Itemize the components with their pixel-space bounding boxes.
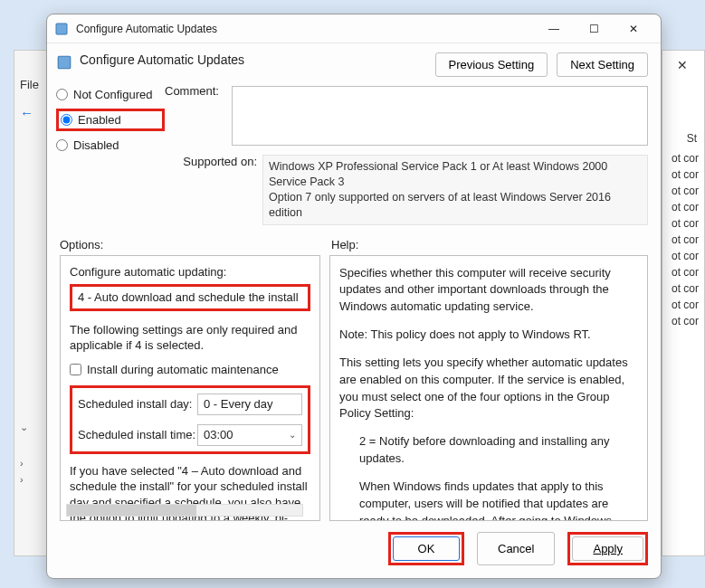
sched-day-label: Scheduled install day: [78, 397, 197, 411]
supported-row: Supported on: Windows XP Professional Se… [165, 155, 648, 225]
sched-time-label: Scheduled install time: [78, 428, 197, 441]
state-radio-group: Not Configured Enabled Disabled [56, 84, 165, 225]
ok-button[interactable]: OK [393, 536, 460, 561]
titlebar: Configure Automatic Updates — ☐ ✕ [47, 14, 661, 43]
next-setting-button[interactable]: Next Setting [557, 52, 648, 77]
previous-setting-button[interactable]: Previous Setting [435, 52, 548, 77]
checkbox-label: Install during automatic maintenance [87, 363, 279, 376]
close-icon[interactable]: ✕ [677, 58, 688, 72]
radio-not-configured-input[interactable] [56, 89, 68, 100]
options-horizontal-scrollbar[interactable] [66, 504, 303, 517]
window-title: Configure Automatic Updates [76, 23, 534, 35]
combo-value: 03:00 [204, 428, 233, 441]
radio-disabled-input[interactable] [56, 139, 68, 151]
panels: Configure automatic updating: 4 - Auto d… [47, 255, 661, 522]
chevron-down-icon: ⌄ [289, 430, 296, 440]
help-header: Help: [331, 238, 358, 251]
bg-row: ot cor [672, 168, 699, 181]
bg-row: ot cor [672, 201, 699, 213]
minimize-button[interactable]: — [534, 15, 574, 43]
required-note: The following settings are only required… [70, 322, 310, 354]
section-headers: Options: Help: [47, 225, 661, 255]
radio-label: Not Configured [73, 88, 152, 101]
install-maintenance-checkbox-row[interactable]: Install during automatic maintenance [70, 363, 310, 376]
help-option-2-detail: When Windows finds updates that apply to… [339, 479, 638, 521]
highlight-enabled: Enabled [56, 109, 165, 131]
radio-enabled[interactable]: Enabled [61, 113, 121, 127]
highlight-schedule: Scheduled install day: 0 - Every day Sch… [70, 385, 310, 454]
help-panel[interactable]: Specifies whether this computer will rec… [329, 255, 648, 522]
comment-label: Comment: [165, 84, 224, 98]
bg-row: ot cor [672, 282, 699, 295]
radio-disabled[interactable]: Disabled [56, 138, 165, 152]
supported-text: Windows XP Professional Service Pack 1 o… [262, 155, 648, 225]
combo-value: 0 - Every day [204, 397, 273, 411]
comment-textarea[interactable] [232, 86, 648, 146]
state-block: Not Configured Enabled Disabled Comment:… [47, 77, 661, 225]
tree-chevron-icon[interactable]: › [20, 474, 24, 485]
highlight-ok: OK [388, 532, 464, 565]
bg-row: ot cor [672, 250, 699, 262]
options-panel: Configure automatic updating: 4 - Auto d… [60, 255, 320, 522]
bg-row: ot cor [672, 266, 699, 279]
apply-button[interactable]: Apply [572, 536, 643, 561]
scrollbar-thumb[interactable] [67, 505, 196, 516]
bg-row: ot cor [672, 152, 699, 165]
dialog-footer: OK Cancel Apply [47, 521, 661, 578]
configure-updating-label: Configure automatic updating: [70, 265, 310, 279]
bg-row: ot cor [672, 315, 699, 327]
radio-label: Disabled [73, 138, 119, 152]
cancel-button[interactable]: Cancel [477, 532, 555, 565]
help-paragraph: This setting lets you specify whether au… [339, 355, 638, 422]
radio-not-configured[interactable]: Not Configured [56, 88, 165, 101]
tree-chevron-icon[interactable]: ⌄ [20, 422, 28, 433]
background-window-right: ✕ St ot cor ot cor ot cor ot cor ot cor … [662, 50, 705, 556]
bg-row: ot cor [672, 217, 699, 230]
policy-title: Configure Automatic Updates [80, 52, 426, 67]
options-header: Options: [60, 238, 331, 251]
sched-time-combo[interactable]: 03:00 ⌄ [197, 424, 302, 446]
combo-value: 4 - Auto download and schedule the insta… [78, 290, 299, 304]
svg-rect-1 [58, 56, 71, 69]
radio-enabled-input[interactable] [61, 114, 72, 126]
state-column-header: St [687, 132, 697, 145]
supported-label: Supported on: [165, 155, 262, 225]
install-maintenance-checkbox[interactable] [70, 364, 81, 375]
help-option-2: 2 = Notify before downloading and instal… [339, 433, 638, 468]
help-paragraph: Note: This policy does not apply to Wind… [339, 327, 638, 344]
help-paragraph: Specifies whether this computer will rec… [339, 265, 638, 317]
sched-day-combo[interactable]: 0 - Every day [197, 394, 302, 415]
bg-row: ot cor [672, 185, 699, 197]
bg-row: ot cor [672, 299, 699, 311]
svg-rect-0 [56, 24, 67, 34]
policy-dialog: Configure Automatic Updates — ☐ ✕ Config… [46, 14, 662, 579]
header-row: Configure Automatic Updates Previous Set… [47, 43, 661, 77]
bg-row: ot cor [672, 233, 699, 246]
configure-updating-combo[interactable]: 4 - Auto download and schedule the insta… [72, 287, 308, 308]
comment-column: Comment: Supported on: Windows XP Profes… [165, 84, 648, 225]
policy-icon [54, 22, 69, 36]
close-button[interactable]: ✕ [614, 15, 653, 43]
file-menu-label[interactable]: File [20, 78, 39, 91]
tree-chevron-icon[interactable]: › [20, 458, 24, 469]
highlight-apply: Apply [567, 532, 648, 565]
background-window-left: File ← ⌄ › › [14, 50, 50, 556]
highlight-configure-combo: 4 - Auto download and schedule the insta… [70, 284, 310, 311]
policy-icon [56, 54, 72, 71]
maximize-button[interactable]: ☐ [574, 15, 614, 43]
back-arrow-icon[interactable]: ← [20, 105, 33, 120]
radio-label: Enabled [78, 113, 121, 127]
